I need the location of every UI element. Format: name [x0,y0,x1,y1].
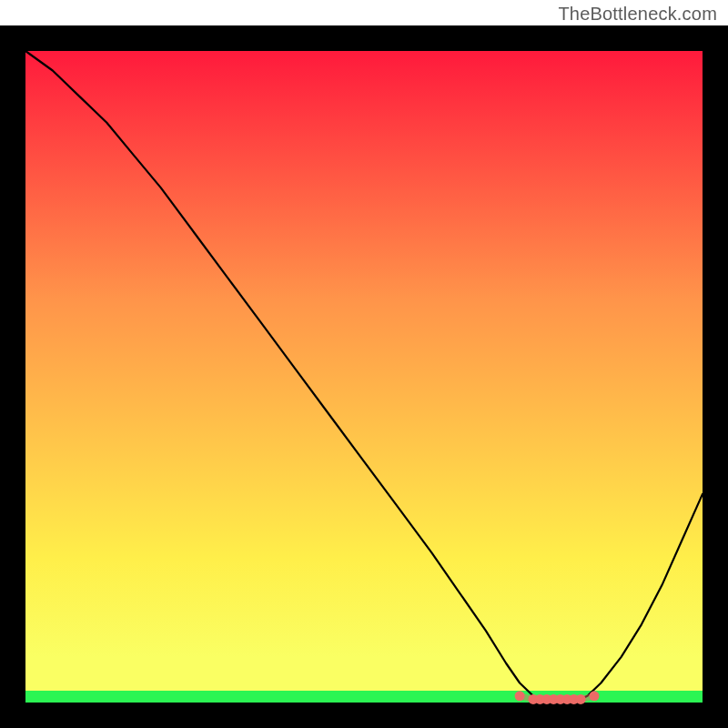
attribution-text: TheBottleneck.com [558,4,717,25]
optimal-marker [590,691,600,701]
chart-svg [0,25,728,728]
optimal-marker [576,694,586,704]
baseline-strip [25,691,703,703]
chart-wrapper: TheBottleneck.com [0,0,728,728]
chart-area [0,25,728,728]
optimal-marker [515,691,525,701]
